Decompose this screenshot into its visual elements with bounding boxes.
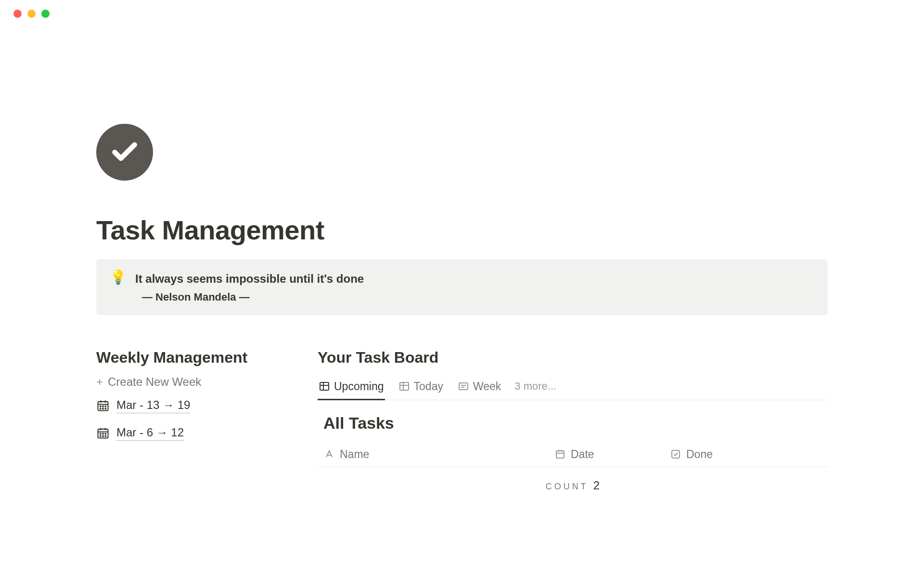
column-label: Done: [686, 448, 713, 461]
plus-icon: +: [96, 375, 103, 389]
view-tabs: Upcoming Today: [318, 375, 828, 400]
column-header-date[interactable]: Date: [554, 448, 670, 461]
tabs-more-button[interactable]: 3 more...: [514, 380, 556, 394]
callout-attribution[interactable]: — Nelson Mandela —: [135, 291, 814, 303]
maximize-window-button[interactable]: [41, 10, 50, 18]
svg-rect-30: [556, 451, 564, 458]
tab-label: Upcoming: [334, 380, 384, 393]
column-header-done[interactable]: Done: [670, 448, 828, 461]
svg-rect-23: [400, 382, 409, 390]
page-title[interactable]: Task Management: [96, 214, 828, 246]
callout-block[interactable]: 💡 It always seems impossible until it's …: [96, 259, 828, 315]
weekly-management-column: Weekly Management + Create New Week: [96, 349, 289, 492]
svg-point-18: [103, 436, 103, 437]
column-header-name[interactable]: Name: [323, 448, 554, 461]
task-board-column: Your Task Board Upcoming: [318, 349, 828, 492]
table-count-footer: COUNT 2: [318, 467, 828, 492]
svg-rect-26: [459, 383, 468, 390]
svg-rect-20: [320, 382, 329, 390]
close-window-button[interactable]: [13, 10, 22, 18]
calendar-icon: [96, 399, 110, 412]
weekly-heading: Weekly Management: [96, 349, 289, 367]
tab-upcoming[interactable]: Upcoming: [318, 375, 385, 400]
count-value: 2: [593, 479, 600, 492]
tab-label: Week: [473, 380, 501, 393]
task-board-heading: Your Task Board: [318, 349, 828, 367]
calendar-icon: [554, 448, 566, 460]
tab-today[interactable]: Today: [398, 375, 444, 400]
svg-point-19: [105, 436, 106, 437]
callout-body: It always seems impossible until it's do…: [135, 271, 814, 303]
calendar-icon: [96, 426, 110, 440]
lightbulb-icon: 💡: [110, 271, 127, 284]
checkbox-icon: [670, 448, 681, 460]
svg-rect-34: [672, 450, 680, 458]
svg-point-9: [105, 408, 106, 409]
svg-point-7: [100, 408, 101, 409]
svg-point-17: [100, 436, 101, 437]
svg-point-14: [100, 434, 101, 434]
table-icon: [319, 381, 330, 392]
svg-point-15: [103, 434, 103, 434]
table-header-row: Name Date: [318, 442, 828, 467]
main-columns: Weekly Management + Create New Week: [96, 349, 828, 492]
tab-label: Today: [414, 380, 443, 393]
column-label: Name: [340, 448, 369, 461]
page-content: Task Management 💡 It always seems imposs…: [0, 18, 924, 492]
create-new-week-button[interactable]: + Create New Week: [96, 375, 289, 389]
svg-point-5: [103, 406, 103, 407]
list-icon: [458, 381, 469, 392]
svg-point-16: [105, 434, 106, 434]
week-item[interactable]: Mar - 13 → 19: [96, 398, 289, 413]
page-icon-checkmark[interactable]: [96, 124, 153, 181]
create-new-week-label: Create New Week: [108, 375, 201, 389]
table-icon: [398, 381, 410, 392]
count-label: COUNT: [546, 482, 589, 492]
svg-point-8: [103, 408, 103, 409]
window-controls: [0, 0, 924, 18]
week-item[interactable]: Mar - 6 → 12: [96, 426, 289, 441]
text-icon: [323, 448, 335, 460]
column-label: Date: [571, 448, 594, 461]
tab-week[interactable]: Week: [457, 375, 502, 400]
svg-point-4: [100, 406, 101, 407]
checkmark-icon: [110, 137, 140, 167]
callout-quote[interactable]: It always seems impossible until it's do…: [135, 271, 814, 287]
week-link-label: Mar - 13 → 19: [116, 398, 190, 413]
svg-point-6: [105, 406, 106, 407]
minimize-window-button[interactable]: [27, 10, 36, 18]
week-link-label: Mar - 6 → 12: [116, 426, 184, 441]
all-tasks-heading: All Tasks: [318, 414, 828, 433]
